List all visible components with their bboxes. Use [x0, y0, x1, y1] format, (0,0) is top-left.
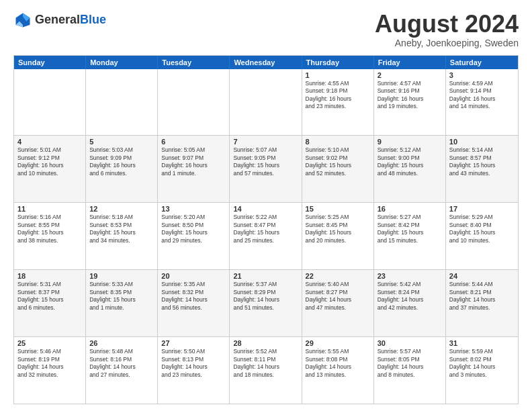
logo: GeneralBlue — [13, 11, 106, 30]
location: Aneby, Joenkoeping, Sweden — [375, 38, 519, 48]
cal-cell: 9Sunrise: 5:12 AM Sunset: 9:00 PM Daylig… — [374, 136, 446, 202]
day-number: 7 — [233, 138, 298, 146]
title-block: August 2024 Aneby, Joenkoeping, Sweden — [375, 11, 519, 48]
cal-cell: 28Sunrise: 5:52 AM Sunset: 8:11 PM Dayli… — [230, 337, 302, 404]
header-day-thursday: Thursday — [302, 56, 374, 69]
cal-cell — [158, 69, 230, 136]
cell-text: Sunrise: 5:42 AM Sunset: 8:24 PM Dayligh… — [378, 281, 442, 312]
day-number: 6 — [161, 138, 226, 146]
cal-cell: 6Sunrise: 5:05 AM Sunset: 9:07 PM Daylig… — [158, 136, 230, 202]
cell-text: Sunrise: 5:22 AM Sunset: 8:47 PM Dayligh… — [233, 214, 298, 244]
day-number: 29 — [306, 339, 370, 347]
month-title: August 2024 — [375, 11, 519, 38]
cell-text: Sunrise: 5:31 AM Sunset: 8:37 PM Dayligh… — [17, 281, 82, 312]
cal-cell: 22Sunrise: 5:40 AM Sunset: 8:27 PM Dayli… — [302, 270, 374, 336]
day-number: 23 — [378, 272, 442, 280]
cal-cell: 25Sunrise: 5:46 AM Sunset: 8:19 PM Dayli… — [14, 337, 86, 404]
header-day-monday: Monday — [86, 56, 158, 69]
day-number: 11 — [17, 205, 82, 213]
cal-cell: 30Sunrise: 5:57 AM Sunset: 8:05 PM Dayli… — [374, 337, 446, 404]
day-number: 1 — [306, 71, 370, 79]
day-number: 9 — [378, 138, 442, 146]
day-number: 21 — [233, 272, 298, 280]
day-number: 28 — [233, 339, 298, 347]
cal-cell: 8Sunrise: 5:10 AM Sunset: 9:02 PM Daylig… — [302, 136, 374, 202]
cell-text: Sunrise: 5:40 AM Sunset: 8:27 PM Dayligh… — [306, 281, 370, 312]
calendar: SundayMondayTuesdayWednesdayThursdayFrid… — [13, 55, 519, 404]
cell-text: Sunrise: 5:33 AM Sunset: 8:35 PM Dayligh… — [89, 281, 154, 312]
cell-text: Sunrise: 5:59 AM Sunset: 8:02 PM Dayligh… — [449, 348, 515, 379]
day-number: 12 — [89, 205, 154, 213]
cal-cell: 5Sunrise: 5:03 AM Sunset: 9:09 PM Daylig… — [86, 136, 158, 202]
day-number: 26 — [89, 339, 154, 347]
cal-cell: 4Sunrise: 5:01 AM Sunset: 9:12 PM Daylig… — [14, 136, 86, 202]
cell-text: Sunrise: 5:03 AM Sunset: 9:09 PM Dayligh… — [89, 146, 154, 177]
day-number: 30 — [378, 339, 442, 347]
header-day-saturday: Saturday — [446, 56, 518, 69]
logo-general: GeneralBlue — [35, 13, 106, 27]
day-number: 27 — [161, 339, 226, 347]
cell-text: Sunrise: 5:18 AM Sunset: 8:53 PM Dayligh… — [89, 214, 154, 244]
cell-text: Sunrise: 4:55 AM Sunset: 9:18 PM Dayligh… — [306, 80, 370, 111]
day-number: 15 — [306, 205, 370, 213]
day-number: 17 — [449, 205, 515, 213]
cal-cell: 2Sunrise: 4:57 AM Sunset: 9:16 PM Daylig… — [374, 69, 446, 136]
cal-cell: 11Sunrise: 5:16 AM Sunset: 8:55 PM Dayli… — [14, 203, 86, 269]
cell-text: Sunrise: 4:59 AM Sunset: 9:14 PM Dayligh… — [449, 80, 515, 111]
cal-cell: 27Sunrise: 5:50 AM Sunset: 8:13 PM Dayli… — [158, 337, 230, 404]
day-number: 13 — [161, 205, 226, 213]
day-number: 31 — [449, 339, 515, 347]
cal-cell: 19Sunrise: 5:33 AM Sunset: 8:35 PM Dayli… — [86, 270, 158, 336]
day-number: 3 — [449, 71, 515, 79]
day-number: 14 — [233, 205, 298, 213]
day-number: 4 — [17, 138, 82, 146]
cal-cell: 23Sunrise: 5:42 AM Sunset: 8:24 PM Dayli… — [374, 270, 446, 336]
day-number: 24 — [449, 272, 515, 280]
cal-cell: 16Sunrise: 5:27 AM Sunset: 8:42 PM Dayli… — [374, 203, 446, 269]
logo-icon — [13, 11, 32, 30]
cell-text: Sunrise: 4:57 AM Sunset: 9:16 PM Dayligh… — [378, 80, 442, 111]
cal-cell: 20Sunrise: 5:35 AM Sunset: 8:32 PM Dayli… — [158, 270, 230, 336]
day-number: 5 — [89, 138, 154, 146]
cell-text: Sunrise: 5:20 AM Sunset: 8:50 PM Dayligh… — [161, 214, 226, 244]
page: GeneralBlue August 2024 Aneby, Joenkoepi… — [0, 0, 532, 411]
cal-cell: 17Sunrise: 5:29 AM Sunset: 8:40 PM Dayli… — [446, 203, 518, 269]
cal-cell — [86, 69, 158, 136]
calendar-row-5: 25Sunrise: 5:46 AM Sunset: 8:19 PM Dayli… — [14, 336, 518, 404]
calendar-row-1: 1Sunrise: 4:55 AM Sunset: 9:18 PM Daylig… — [14, 69, 518, 136]
day-number: 22 — [306, 272, 370, 280]
cal-cell: 31Sunrise: 5:59 AM Sunset: 8:02 PM Dayli… — [446, 337, 518, 404]
calendar-row-4: 18Sunrise: 5:31 AM Sunset: 8:37 PM Dayli… — [14, 269, 518, 336]
calendar-header: SundayMondayTuesdayWednesdayThursdayFrid… — [14, 56, 518, 69]
cal-cell: 13Sunrise: 5:20 AM Sunset: 8:50 PM Dayli… — [158, 203, 230, 269]
day-number: 16 — [378, 205, 442, 213]
cell-text: Sunrise: 5:16 AM Sunset: 8:55 PM Dayligh… — [17, 214, 82, 244]
cell-text: Sunrise: 5:27 AM Sunset: 8:42 PM Dayligh… — [378, 214, 442, 244]
cal-cell: 15Sunrise: 5:25 AM Sunset: 8:45 PM Dayli… — [302, 203, 374, 269]
cell-text: Sunrise: 5:52 AM Sunset: 8:11 PM Dayligh… — [233, 348, 298, 379]
cal-cell: 29Sunrise: 5:55 AM Sunset: 8:08 PM Dayli… — [302, 337, 374, 404]
cell-text: Sunrise: 5:05 AM Sunset: 9:07 PM Dayligh… — [161, 146, 226, 177]
cal-cell: 10Sunrise: 5:14 AM Sunset: 8:57 PM Dayli… — [446, 136, 518, 202]
cell-text: Sunrise: 5:44 AM Sunset: 8:21 PM Dayligh… — [449, 281, 515, 312]
header: GeneralBlue August 2024 Aneby, Joenkoepi… — [13, 11, 519, 48]
cell-text: Sunrise: 5:37 AM Sunset: 8:29 PM Dayligh… — [233, 281, 298, 312]
calendar-row-2: 4Sunrise: 5:01 AM Sunset: 9:12 PM Daylig… — [14, 135, 518, 202]
cell-text: Sunrise: 5:29 AM Sunset: 8:40 PM Dayligh… — [449, 214, 515, 244]
cell-text: Sunrise: 5:14 AM Sunset: 8:57 PM Dayligh… — [449, 146, 515, 177]
calendar-row-3: 11Sunrise: 5:16 AM Sunset: 8:55 PM Dayli… — [14, 202, 518, 269]
day-number: 8 — [306, 138, 370, 146]
cal-cell — [230, 69, 302, 136]
cell-text: Sunrise: 5:48 AM Sunset: 8:16 PM Dayligh… — [89, 348, 154, 379]
header-day-wednesday: Wednesday — [230, 56, 302, 69]
cal-cell: 3Sunrise: 4:59 AM Sunset: 9:14 PM Daylig… — [446, 69, 518, 136]
cal-cell: 7Sunrise: 5:07 AM Sunset: 9:05 PM Daylig… — [230, 136, 302, 202]
cal-cell: 14Sunrise: 5:22 AM Sunset: 8:47 PM Dayli… — [230, 203, 302, 269]
cell-text: Sunrise: 5:50 AM Sunset: 8:13 PM Dayligh… — [161, 348, 226, 379]
cal-cell: 24Sunrise: 5:44 AM Sunset: 8:21 PM Dayli… — [446, 270, 518, 336]
cell-text: Sunrise: 5:10 AM Sunset: 9:02 PM Dayligh… — [306, 146, 370, 177]
day-number: 20 — [161, 272, 226, 280]
cal-cell: 18Sunrise: 5:31 AM Sunset: 8:37 PM Dayli… — [14, 270, 86, 336]
day-number: 19 — [89, 272, 154, 280]
cal-cell — [14, 69, 86, 136]
